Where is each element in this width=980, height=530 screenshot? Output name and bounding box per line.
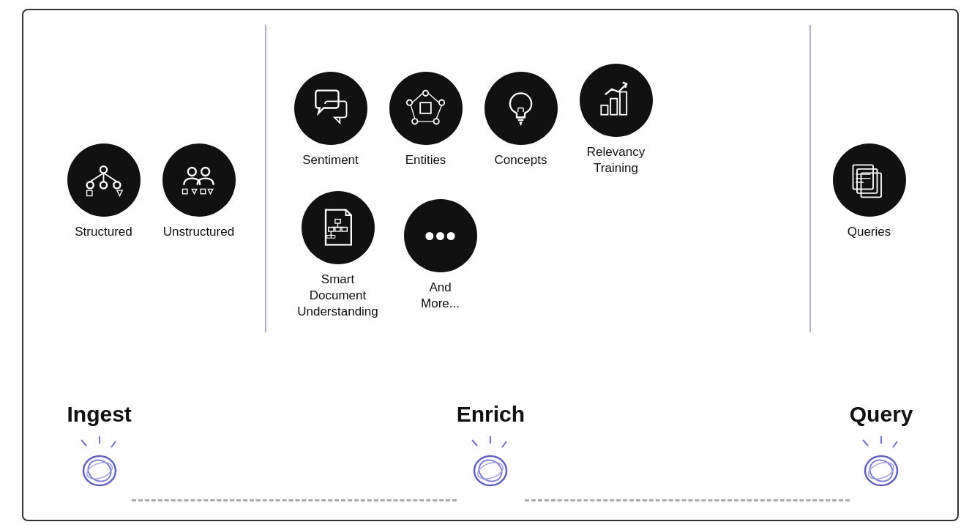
enrich-row-1: Sentiment (294, 64, 653, 176)
dotted-line-1 (132, 499, 457, 501)
relevancy-svg (596, 80, 636, 120)
sdu-icon (302, 191, 375, 264)
svg-rect-35 (620, 92, 626, 115)
more-item: And More... (404, 199, 477, 312)
svg-point-3 (113, 182, 120, 189)
svg-rect-40 (335, 228, 340, 232)
more-label: And More... (421, 280, 460, 312)
more-icon (404, 199, 477, 272)
query-orb-svg (852, 433, 910, 491)
query-label: Query (850, 402, 913, 427)
svg-point-66 (476, 459, 506, 482)
query-orb (852, 433, 910, 491)
svg-point-17 (434, 119, 439, 124)
svg-line-6 (104, 173, 117, 182)
svg-line-62 (502, 441, 506, 447)
svg-marker-14 (208, 190, 212, 194)
enrich-orb-svg (461, 433, 520, 491)
enrich-label: Enrich (457, 402, 525, 427)
dotted-line-2 (525, 499, 850, 501)
entities-label: Entities (405, 152, 446, 168)
svg-line-23 (411, 105, 415, 119)
svg-rect-13 (201, 190, 205, 194)
more-svg (420, 216, 460, 256)
svg-line-68 (893, 441, 897, 447)
svg-point-9 (188, 168, 196, 176)
middle-group: Sentiment (294, 64, 653, 320)
sentiment-item: Sentiment (294, 72, 367, 168)
svg-point-1 (87, 182, 94, 189)
enrich-stage: Enrich (457, 402, 525, 491)
svg-point-47 (437, 232, 444, 239)
ingest-orb-svg (70, 433, 129, 491)
left-divider (265, 25, 266, 332)
concepts-icon (485, 72, 558, 145)
svg-marker-8 (117, 191, 122, 196)
concepts-svg (501, 88, 541, 128)
svg-point-48 (448, 232, 455, 239)
unstructured-label: Unstructured (163, 224, 234, 240)
svg-line-21 (436, 105, 441, 119)
sentiment-label: Sentiment (302, 152, 359, 168)
queries-icon (833, 143, 906, 217)
svg-marker-12 (192, 190, 196, 194)
svg-rect-41 (342, 228, 347, 232)
svg-line-24 (412, 94, 423, 103)
concepts-label: Concepts (495, 152, 547, 168)
svg-line-56 (111, 441, 116, 447)
entities-item: Entities (389, 72, 463, 168)
structured-svg (83, 160, 124, 200)
entities-icon (389, 72, 463, 145)
ingest-orb (70, 433, 129, 491)
right-group: Queries (833, 143, 906, 240)
ingest-stage: Ingest (67, 402, 132, 491)
enrich-row-2: Smart Document Understanding And More... (294, 191, 653, 320)
top-section: Structured (23, 10, 957, 373)
svg-point-0 (100, 167, 107, 173)
concepts-item: Concepts (485, 72, 558, 168)
svg-point-2 (100, 182, 107, 189)
svg-line-4 (90, 173, 103, 182)
ingest-label: Ingest (67, 402, 132, 427)
diagram-container: Structured (22, 9, 959, 521)
relevancy-icon (580, 64, 653, 137)
svg-rect-33 (601, 105, 607, 115)
relevancy-label: Relevancy Training (587, 144, 645, 176)
left-group: Structured (67, 143, 236, 240)
queries-svg (849, 160, 889, 200)
sentiment-icon (294, 72, 367, 145)
svg-point-46 (426, 232, 433, 239)
svg-line-69 (863, 440, 868, 446)
relevancy-item: Relevancy Training (580, 64, 653, 176)
svg-rect-11 (183, 190, 187, 194)
unstructured-item: Unstructured (162, 143, 236, 240)
sentiment-svg (310, 88, 351, 128)
svg-point-19 (407, 100, 412, 105)
sdu-svg (318, 207, 358, 247)
sdu-label: Smart Document Understanding (294, 272, 382, 320)
svg-rect-25 (420, 102, 431, 113)
svg-line-57 (81, 440, 86, 446)
svg-point-72 (867, 459, 897, 482)
structured-item: Structured (67, 143, 141, 240)
svg-point-60 (84, 459, 114, 482)
structured-label: Structured (75, 224, 132, 240)
sdu-item: Smart Document Understanding (294, 191, 382, 320)
entities-svg (405, 88, 446, 128)
queries-item: Queries (833, 143, 906, 240)
structured-icon (67, 143, 141, 217)
svg-line-20 (428, 94, 439, 103)
svg-rect-34 (610, 99, 617, 115)
enrich-orb (461, 433, 520, 491)
svg-point-10 (201, 168, 209, 176)
svg-rect-39 (329, 228, 334, 232)
unstructured-svg (179, 160, 219, 200)
svg-point-15 (423, 91, 428, 96)
right-divider (809, 25, 811, 332)
svg-rect-7 (87, 191, 92, 196)
svg-line-63 (472, 440, 477, 446)
queries-label: Queries (848, 224, 891, 240)
svg-rect-36 (335, 220, 340, 224)
svg-point-16 (439, 100, 444, 105)
query-stage: Query (850, 402, 913, 491)
